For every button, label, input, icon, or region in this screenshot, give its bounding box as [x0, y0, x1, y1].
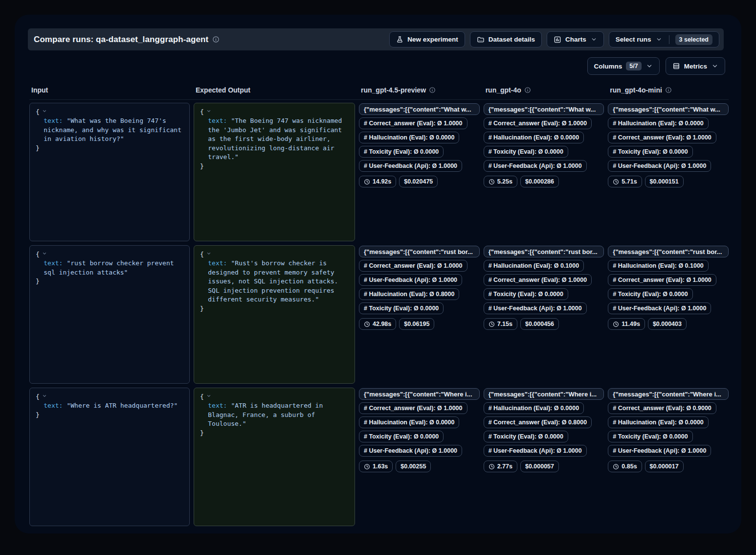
json-string: "Rust's borrow checker is designed to pr…	[208, 259, 338, 303]
cost-chip: $0.000286	[520, 176, 559, 187]
dataset-details-label: Dataset details	[489, 36, 535, 43]
trace-preview-chip[interactable]: {"messages":[{"content":"rust bor...	[608, 246, 729, 257]
clock-icon	[489, 321, 495, 327]
latency-chip: 2.77s	[484, 461, 517, 472]
expected-output-cell: { text:"Rust's borrow checker is designe…	[194, 245, 355, 384]
latency-cost-row: 7.15s $0.000456	[484, 318, 559, 330]
table-toolbar: Columns 5/7 Metrics	[15, 57, 725, 75]
close-brace: }	[200, 429, 204, 437]
json-key: text:	[44, 259, 63, 267]
run-cell-gpt-4o-mini: {"messages":[{"content":"Where i... # Co…	[608, 388, 729, 526]
collapse-chevron-icon[interactable]	[42, 251, 47, 256]
new-experiment-button[interactable]: New experiment	[389, 31, 465, 47]
cost-chip: $0.000403	[648, 318, 687, 330]
collapse-chevron-icon[interactable]	[206, 393, 211, 398]
open-brace: {	[200, 251, 204, 258]
metric-chip: # Correct_answer (Eval): Ø 1.0000	[359, 402, 467, 414]
json-body: text:"The Boeing 747 was nicknamed the '…	[200, 116, 349, 162]
latency-chip: 11.49s	[608, 318, 645, 330]
trace-preview-chip[interactable]: {"messages":[{"content":"What w...	[359, 103, 480, 115]
metric-chip: # Hallucination (Eval): Ø 0.0000	[608, 416, 708, 428]
select-runs-label: Select runs	[616, 36, 651, 43]
chevron-down-icon	[712, 63, 718, 69]
json-key: text:	[44, 402, 63, 409]
open-brace: {	[200, 393, 204, 400]
close-brace: }	[200, 162, 204, 170]
metric-chip: # Hallucination (Eval): Ø 0.0000	[359, 416, 459, 428]
column-header-input: Input	[29, 86, 190, 94]
column-header-run1: run_gpt-4.5-preview	[359, 86, 480, 94]
dataset-details-button[interactable]: Dataset details	[470, 31, 542, 47]
trace-preview-chip[interactable]: {"messages":[{"content":"What w...	[484, 103, 604, 115]
collapse-chevron-icon[interactable]	[206, 109, 211, 114]
metrics-button[interactable]: Metrics	[666, 57, 725, 75]
run-cell-gpt-4o: {"messages":[{"content":"What w... # Cor…	[484, 103, 604, 241]
metric-chip: # User-Feedback (Api): Ø 1.0000	[359, 160, 462, 172]
trace-preview-chip[interactable]: {"messages":[{"content":"rust bor...	[484, 246, 604, 257]
metric-chip: # Correct_answer (Eval): Ø 1.0000	[359, 260, 467, 272]
metric-chip: # User-Feedback (Api): Ø 1.0000	[359, 274, 462, 286]
metric-chip: # Toxicity (Eval): Ø 0.0000	[484, 431, 568, 442]
trace-preview-chip[interactable]: {"messages":[{"content":"Where i...	[608, 388, 729, 400]
json-body: text:"ATR is headquartered in Blagnac, F…	[200, 401, 349, 428]
columns-button[interactable]: Columns 5/7	[587, 57, 660, 75]
metric-chip: # Toxicity (Eval): Ø 0.0000	[608, 431, 692, 442]
trace-preview-chip[interactable]: {"messages":[{"content":"Where i...	[359, 388, 480, 400]
compare-runs-panel: Compare runs: qa-dataset_langgraph-agent…	[15, 15, 741, 533]
trace-preview-chip[interactable]: {"messages":[{"content":"rust bor...	[359, 246, 480, 257]
run-cell-gpt-4o: {"messages":[{"content":"rust bor... # H…	[484, 245, 604, 384]
metric-chip: # Toxicity (Eval): Ø 0.0000	[359, 302, 444, 314]
metric-chip: # User-Feedback (Api): Ø 1.0000	[484, 302, 587, 314]
input-cell: { text:"What was the Boeing 747's nickna…	[29, 103, 190, 241]
json-body: text:"Rust's borrow checker is designed …	[200, 259, 349, 304]
cost-chip: $0.020475	[399, 176, 438, 187]
cost-chip: $0.000151	[645, 176, 684, 187]
metric-chip: # Correct_answer (Eval): Ø 1.0000	[484, 274, 592, 286]
latency-chip: 5.71s	[608, 176, 642, 187]
rows-icon	[672, 62, 680, 70]
cost-chip: $0.000057	[520, 461, 559, 472]
table-header-row: Input Expected Output run_gpt-4.5-previe…	[29, 83, 729, 100]
json-key: text:	[208, 259, 227, 267]
json-key: text:	[208, 402, 227, 409]
chevron-down-icon	[646, 63, 653, 69]
new-experiment-label: New experiment	[407, 36, 458, 43]
open-brace: {	[36, 108, 40, 116]
compare-table-body: { text:"What was the Boeing 747's nickna…	[29, 103, 729, 526]
info-icon[interactable]	[524, 87, 531, 93]
column-header-run2: run_gpt-4o	[484, 86, 604, 94]
trace-preview-chip[interactable]: {"messages":[{"content":"What w...	[608, 103, 729, 115]
metric-chip: # Correct_answer (Eval): Ø 0.9000	[608, 402, 716, 414]
metric-chip: # Toxicity (Eval): Ø 0.0000	[359, 431, 444, 442]
json-body: text:"What was the Boeing 747's nickname…	[36, 116, 183, 143]
chevron-down-icon	[656, 36, 662, 43]
selected-count-badge: 3 selected	[675, 34, 712, 45]
info-icon[interactable]	[665, 87, 672, 93]
collapse-chevron-icon[interactable]	[42, 109, 47, 114]
info-icon[interactable]	[429, 87, 436, 93]
collapse-chevron-icon[interactable]	[42, 393, 47, 398]
charts-label: Charts	[565, 36, 586, 43]
charts-button[interactable]: Charts	[547, 31, 604, 47]
metric-chip: # User-Feedback (Api): Ø 1.0000	[608, 302, 711, 314]
trace-preview-chip[interactable]: {"messages":[{"content":"Where i...	[484, 388, 604, 400]
cost-chip: $0.000017	[645, 461, 684, 472]
metric-chip: # Toxicity (Eval): Ø 0.0000	[484, 146, 568, 158]
latency-chip: 1.63s	[359, 461, 393, 472]
latency-cost-row: 1.63s $0.00255	[359, 461, 431, 472]
app-header: Compare runs: qa-dataset_langgraph-agent…	[28, 28, 724, 50]
columns-label: Columns	[594, 63, 623, 70]
select-runs-button[interactable]: Select runs 3 selected	[609, 31, 719, 47]
json-open-line: {	[200, 108, 349, 116]
latency-cost-row: 14.92s $0.020475	[359, 176, 438, 187]
clock-icon	[613, 321, 619, 327]
metric-chip: # User-Feedback (Api): Ø 1.0000	[608, 160, 711, 172]
title-info-icon[interactable]	[212, 36, 220, 43]
metric-chip: # Correct_answer (Eval): Ø 1.0000	[608, 274, 716, 286]
run-cell-gpt-4o-mini: {"messages":[{"content":"rust bor... # H…	[608, 245, 729, 384]
metric-chip: # Hallucination (Eval): Ø 0.0000	[608, 117, 708, 129]
collapse-chevron-icon[interactable]	[206, 251, 211, 256]
latency-chip: 5.25s	[484, 176, 517, 187]
close-brace: }	[36, 144, 40, 152]
folder-icon	[477, 36, 485, 44]
